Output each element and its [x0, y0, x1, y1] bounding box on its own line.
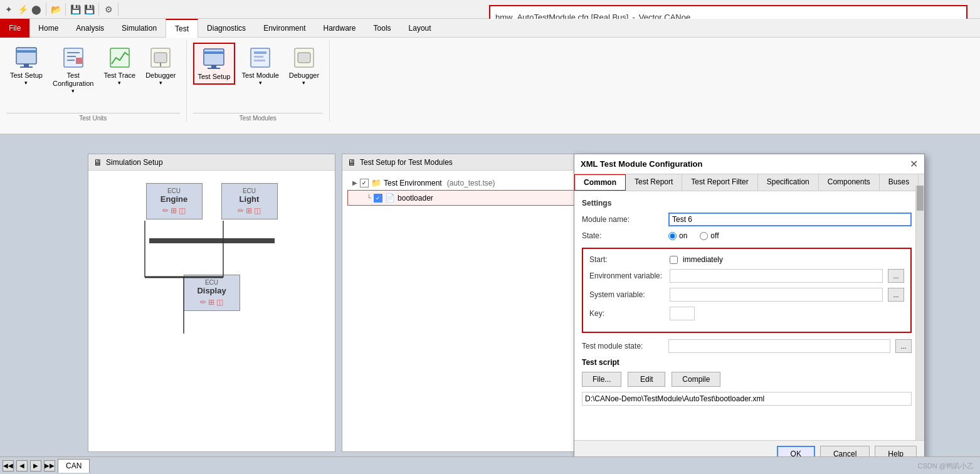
- env-var-browse[interactable]: ...: [888, 269, 904, 283]
- ecu-engine-icon1: ✏: [162, 206, 169, 215]
- test-script-section: Test script File... Edit Compile: [582, 358, 912, 406]
- ribbon-test-setup-mod[interactable]: Test Setup: [193, 43, 236, 85]
- tree-environment[interactable]: ▶ ✓ 📁 Test Environment (auto_test.tse): [347, 176, 574, 190]
- tree-bootloader[interactable]: └ ✓ 📄 bootloader: [347, 190, 574, 206]
- immediately-checkbox[interactable]: [670, 256, 678, 264]
- tree-checkbox-env[interactable]: ✓: [360, 179, 369, 187]
- ecu-display-icon2: ⊞: [208, 298, 214, 307]
- toolbar-row: ✦ ⚡ ⬤ 📂 💾 💾 ⚙ bmw_AutoTestModule.cfg [Re…: [0, 0, 980, 19]
- dialog-tab-specification[interactable]: Specification: [758, 174, 819, 191]
- dialog-tab-test-report[interactable]: Test Report: [626, 174, 682, 191]
- ribbon-group-test-units: Test Setup ▾ TestConfiguration: [0, 40, 187, 122]
- svg-rect-13: [204, 49, 224, 65]
- test-module-label: Test Module: [241, 71, 278, 80]
- ribbon-test-trace[interactable]: Test Trace ▾: [100, 43, 139, 88]
- key-input[interactable]: [670, 307, 695, 320]
- module-name-input[interactable]: [668, 213, 912, 226]
- dialog-tab-components[interactable]: Components: [819, 174, 880, 191]
- test-module-state-input[interactable]: [668, 339, 890, 353]
- dialog-tabs: Common Test Report Test Report Filter Sp…: [574, 174, 924, 191]
- save-as-icon[interactable]: 💾: [83, 3, 95, 16]
- svg-rect-8: [76, 58, 82, 64]
- ribbon-debugger-units[interactable]: Debugger ▾: [142, 43, 179, 88]
- test-modules-group-label: Test Modules: [193, 113, 324, 122]
- dialog-tab-common[interactable]: Common: [574, 174, 626, 191]
- test-modules-items: Test Setup Test Module ▾: [193, 40, 324, 113]
- tab-file[interactable]: File: [0, 19, 29, 38]
- tab-layout[interactable]: Layout: [400, 19, 440, 38]
- save-icon[interactable]: 💾: [69, 3, 82, 16]
- ecu-display[interactable]: ECU Display ✏ ⊞ ◫: [184, 275, 240, 311]
- dialog-scrollbar[interactable]: [915, 186, 924, 442]
- state-row: State: on off: [582, 231, 912, 240]
- tab-home[interactable]: Home: [29, 19, 67, 38]
- state-off-radio[interactable]: off: [700, 231, 719, 240]
- sys-var-browse[interactable]: ...: [888, 288, 904, 302]
- svg-rect-15: [211, 65, 216, 68]
- stop-icon[interactable]: ⬤: [30, 3, 43, 16]
- ecu-light[interactable]: ECU Light ✏ ⊞ ◫: [221, 183, 278, 219]
- nav-first[interactable]: ◀◀: [3, 460, 14, 471]
- ribbon-group-test-modules: Test Setup Test Module ▾: [187, 40, 330, 122]
- test-trace-label: Test Trace: [103, 71, 135, 80]
- svg-rect-11: [154, 53, 167, 63]
- lightning-icon[interactable]: ⚡: [16, 3, 29, 16]
- dialog-tab-report-filter[interactable]: Test Report Filter: [682, 174, 757, 191]
- ribbon-debugger-mod[interactable]: Debugger ▾: [285, 43, 323, 88]
- ecu-row-top: ECU Engine ✏ ⊞ ◫ ECU Light ✏ ⊞ ◫: [146, 183, 278, 219]
- toolbar-icons: ✦ ⚡ ⬤ 📂 💾 💾 ⚙: [0, 3, 123, 16]
- svg-rect-14: [204, 51, 224, 54]
- sys-var-input[interactable]: [670, 288, 883, 302]
- tree-checkbox-boot[interactable]: ✓: [374, 194, 382, 203]
- bus-line: [149, 238, 275, 243]
- tab-simulation[interactable]: Simulation: [113, 19, 166, 38]
- sim-setup-header: 🖥 Simulation Setup: [88, 154, 335, 171]
- file-button[interactable]: File...: [582, 372, 621, 387]
- test-setup-header: 🖥 Test Setup for Test Modules: [342, 154, 579, 171]
- tab-diagnostics[interactable]: Diagnostics: [198, 19, 255, 38]
- script-path-input[interactable]: [582, 392, 912, 406]
- svg-rect-2: [24, 64, 29, 66]
- immediately-label: immediately: [683, 255, 723, 264]
- edit-button[interactable]: Edit: [628, 372, 665, 387]
- state-off-input[interactable]: [700, 232, 708, 240]
- test-module-state-browse[interactable]: ...: [895, 339, 912, 353]
- can-tab[interactable]: CAN: [58, 459, 90, 473]
- ecu-light-icon1: ✏: [238, 206, 244, 215]
- svg-rect-16: [208, 68, 220, 69]
- tab-tools[interactable]: Tools: [365, 19, 400, 38]
- env-var-label: Environment variable:: [589, 271, 665, 280]
- new-icon[interactable]: ✦: [3, 3, 15, 16]
- start-immediately-row: Start: immediately: [589, 255, 904, 264]
- nav-next[interactable]: ▶: [30, 460, 41, 471]
- dialog-close-button[interactable]: ✕: [910, 158, 918, 170]
- test-module-state-label: Test module state:: [582, 342, 663, 350]
- tree-env-label: Test Environment: [384, 179, 442, 187]
- ribbon-test-setup[interactable]: Test Setup ▾: [6, 43, 46, 88]
- ecu-engine-icon3: ◫: [179, 206, 186, 215]
- ecu-engine-icons: ✏ ⊞ ◫: [162, 206, 186, 215]
- ecu-light-icon3: ◫: [254, 206, 261, 215]
- config-icon[interactable]: ⚙: [102, 3, 115, 16]
- dialog-tab-buses[interactable]: Buses: [880, 174, 919, 191]
- tab-hardware[interactable]: Hardware: [315, 19, 365, 38]
- state-on-radio[interactable]: on: [668, 231, 687, 240]
- compile-button[interactable]: Compile: [672, 372, 720, 387]
- env-var-input[interactable]: [670, 269, 883, 283]
- ribbon-test-configuration[interactable]: TestConfiguration ▾: [49, 43, 97, 97]
- nav-prev[interactable]: ◀: [16, 460, 28, 471]
- tab-test[interactable]: Test: [166, 19, 198, 38]
- open-icon[interactable]: 📂: [50, 3, 62, 16]
- nav-last[interactable]: ▶▶: [44, 460, 55, 471]
- ribbon-test-module[interactable]: Test Module ▾: [238, 43, 282, 88]
- ecu-engine[interactable]: ECU Engine ✏ ⊞ ◫: [146, 183, 203, 219]
- ecu-light-icon2: ⊞: [246, 206, 252, 215]
- state-on-input[interactable]: [668, 232, 677, 240]
- state-label: State:: [582, 231, 663, 240]
- debugger-units-icon: [148, 45, 173, 70]
- tab-analysis[interactable]: Analysis: [67, 19, 113, 38]
- main-area: 🖥 Simulation Setup ECU Engine ✏ ⊞ ◫ ECU …: [0, 135, 980, 474]
- start-section: Start: immediately Environment variable:…: [582, 248, 912, 333]
- sim-setup-icon: 🖥: [93, 157, 102, 167]
- tab-environment[interactable]: Environment: [255, 19, 314, 38]
